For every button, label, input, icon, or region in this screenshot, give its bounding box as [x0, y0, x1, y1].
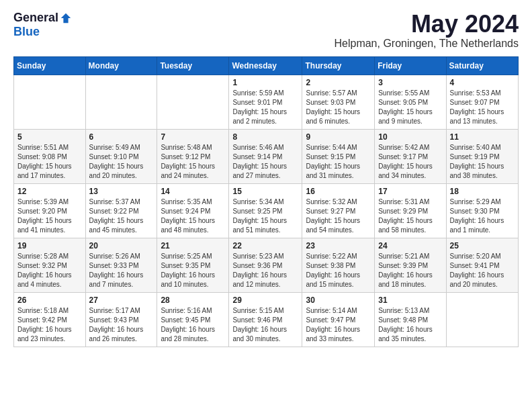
calendar-cell: 3Sunrise: 5:55 AM Sunset: 9:05 PM Daylig… [375, 75, 446, 129]
day-number: 27 [89, 295, 154, 305]
calendar-cell: 30Sunrise: 5:14 AM Sunset: 9:47 PM Dayli… [302, 292, 375, 347]
page: General Blue May 2024 Helpman, Groningen… [0, 0, 532, 354]
calendar-cell: 21Sunrise: 5:25 AM Sunset: 9:35 PM Dayli… [157, 238, 229, 292]
day-info: Sunrise: 5:37 AM Sunset: 9:22 PM Dayligh… [89, 197, 154, 235]
day-info: Sunrise: 5:23 AM Sunset: 9:36 PM Dayligh… [232, 252, 298, 289]
calendar-cell: 18Sunrise: 5:29 AM Sunset: 9:30 PM Dayli… [446, 183, 518, 238]
calendar-week-3: 12Sunrise: 5:39 AM Sunset: 9:20 PM Dayli… [14, 183, 519, 238]
day-info: Sunrise: 5:15 AM Sunset: 9:46 PM Dayligh… [232, 306, 298, 344]
day-number: 3 [378, 78, 442, 87]
day-number: 6 [89, 132, 154, 142]
logo-icon [60, 12, 72, 24]
calendar-header-thursday: Thursday [302, 56, 375, 75]
day-info: Sunrise: 5:28 AM Sunset: 9:32 PM Dayligh… [17, 252, 82, 289]
day-info: Sunrise: 5:16 AM Sunset: 9:45 PM Dayligh… [161, 306, 225, 344]
calendar-cell [157, 75, 229, 129]
day-info: Sunrise: 5:59 AM Sunset: 9:01 PM Dayligh… [232, 89, 298, 126]
calendar-cell: 22Sunrise: 5:23 AM Sunset: 9:36 PM Dayli… [229, 238, 302, 292]
calendar-cell: 28Sunrise: 5:16 AM Sunset: 9:45 PM Dayli… [157, 292, 229, 347]
day-number: 8 [232, 132, 298, 142]
day-info: Sunrise: 5:32 AM Sunset: 9:27 PM Dayligh… [306, 197, 371, 235]
calendar-header-sunday: Sunday [14, 56, 86, 75]
calendar-cell: 29Sunrise: 5:15 AM Sunset: 9:46 PM Dayli… [229, 292, 302, 347]
day-number: 26 [17, 295, 82, 305]
calendar-cell: 20Sunrise: 5:26 AM Sunset: 9:33 PM Dayli… [85, 238, 157, 292]
day-info: Sunrise: 5:42 AM Sunset: 9:17 PM Dayligh… [378, 143, 442, 181]
calendar-cell: 13Sunrise: 5:37 AM Sunset: 9:22 PM Dayli… [85, 183, 157, 238]
calendar-cell: 27Sunrise: 5:17 AM Sunset: 9:43 PM Dayli… [85, 292, 157, 347]
day-info: Sunrise: 5:22 AM Sunset: 9:38 PM Dayligh… [306, 252, 371, 289]
day-info: Sunrise: 5:49 AM Sunset: 9:10 PM Dayligh… [89, 143, 154, 181]
logo-blue-text: Blue [13, 25, 40, 39]
calendar-cell: 15Sunrise: 5:34 AM Sunset: 9:25 PM Dayli… [229, 183, 302, 238]
calendar-week-1: 1Sunrise: 5:59 AM Sunset: 9:01 PM Daylig… [14, 75, 519, 129]
day-info: Sunrise: 5:18 AM Sunset: 9:42 PM Dayligh… [17, 306, 82, 344]
calendar-week-5: 26Sunrise: 5:18 AM Sunset: 9:42 PM Dayli… [14, 292, 519, 347]
calendar-cell: 2Sunrise: 5:57 AM Sunset: 9:03 PM Daylig… [302, 75, 375, 129]
day-info: Sunrise: 5:40 AM Sunset: 9:19 PM Dayligh… [450, 143, 515, 181]
calendar-cell: 8Sunrise: 5:46 AM Sunset: 9:14 PM Daylig… [229, 129, 302, 183]
day-info: Sunrise: 5:31 AM Sunset: 9:29 PM Dayligh… [378, 197, 442, 235]
day-number: 16 [306, 187, 371, 196]
day-info: Sunrise: 5:48 AM Sunset: 9:12 PM Dayligh… [161, 143, 225, 181]
day-info: Sunrise: 5:44 AM Sunset: 9:15 PM Dayligh… [306, 143, 371, 181]
day-number: 21 [161, 241, 225, 250]
day-info: Sunrise: 5:57 AM Sunset: 9:03 PM Dayligh… [306, 89, 371, 126]
day-number: 5 [17, 132, 82, 142]
day-info: Sunrise: 5:21 AM Sunset: 9:39 PM Dayligh… [378, 252, 442, 289]
day-info: Sunrise: 5:53 AM Sunset: 9:07 PM Dayligh… [450, 89, 515, 126]
calendar-week-4: 19Sunrise: 5:28 AM Sunset: 9:32 PM Dayli… [14, 238, 519, 292]
day-number: 11 [450, 132, 515, 142]
day-number: 15 [232, 187, 298, 196]
calendar-week-2: 5Sunrise: 5:51 AM Sunset: 9:08 PM Daylig… [14, 129, 519, 183]
logo: General Blue [13, 11, 72, 39]
calendar-cell: 25Sunrise: 5:20 AM Sunset: 9:41 PM Dayli… [446, 238, 518, 292]
calendar-cell: 7Sunrise: 5:48 AM Sunset: 9:12 PM Daylig… [157, 129, 229, 183]
svg-marker-0 [61, 13, 71, 22]
day-number: 13 [89, 187, 154, 196]
day-number: 4 [450, 78, 515, 87]
day-info: Sunrise: 5:39 AM Sunset: 9:20 PM Dayligh… [17, 197, 82, 235]
day-number: 18 [450, 187, 515, 196]
day-info: Sunrise: 5:46 AM Sunset: 9:14 PM Dayligh… [232, 143, 298, 181]
calendar-header-row: SundayMondayTuesdayWednesdayThursdayFrid… [14, 56, 519, 75]
day-number: 24 [378, 241, 442, 250]
day-info: Sunrise: 5:34 AM Sunset: 9:25 PM Dayligh… [232, 197, 298, 235]
day-number: 30 [306, 295, 371, 305]
calendar-cell: 26Sunrise: 5:18 AM Sunset: 9:42 PM Dayli… [14, 292, 86, 347]
day-number: 9 [306, 132, 371, 142]
day-number: 25 [450, 241, 515, 250]
day-number: 10 [378, 132, 442, 142]
day-number: 28 [161, 295, 225, 305]
day-info: Sunrise: 5:14 AM Sunset: 9:47 PM Dayligh… [306, 306, 371, 344]
day-info: Sunrise: 5:35 AM Sunset: 9:24 PM Dayligh… [161, 197, 225, 235]
location: Helpman, Groningen, The Netherlands [334, 38, 519, 50]
calendar-header-wednesday: Wednesday [229, 56, 302, 75]
calendar-cell: 9Sunrise: 5:44 AM Sunset: 9:15 PM Daylig… [302, 129, 375, 183]
month-title: May 2024 [334, 11, 519, 38]
calendar-cell: 12Sunrise: 5:39 AM Sunset: 9:20 PM Dayli… [14, 183, 86, 238]
day-number: 20 [89, 241, 154, 250]
calendar-cell: 4Sunrise: 5:53 AM Sunset: 9:07 PM Daylig… [446, 75, 518, 129]
calendar-cell: 24Sunrise: 5:21 AM Sunset: 9:39 PM Dayli… [375, 238, 446, 292]
day-number: 17 [378, 187, 442, 196]
calendar-cell: 10Sunrise: 5:42 AM Sunset: 9:17 PM Dayli… [375, 129, 446, 183]
day-number: 19 [17, 241, 82, 250]
logo-general-text: General [13, 11, 58, 25]
calendar-cell: 19Sunrise: 5:28 AM Sunset: 9:32 PM Dayli… [14, 238, 86, 292]
title-section: May 2024 Helpman, Groningen, The Netherl… [334, 11, 519, 50]
calendar-cell: 11Sunrise: 5:40 AM Sunset: 9:19 PM Dayli… [446, 129, 518, 183]
calendar-header-monday: Monday [85, 56, 157, 75]
calendar-cell [14, 75, 86, 129]
day-number: 12 [17, 187, 82, 196]
day-info: Sunrise: 5:55 AM Sunset: 9:05 PM Dayligh… [378, 89, 442, 126]
calendar-table: SundayMondayTuesdayWednesdayThursdayFrid… [13, 56, 519, 347]
day-number: 23 [306, 241, 371, 250]
header: General Blue May 2024 Helpman, Groningen… [13, 11, 519, 50]
calendar-cell: 6Sunrise: 5:49 AM Sunset: 9:10 PM Daylig… [85, 129, 157, 183]
day-info: Sunrise: 5:20 AM Sunset: 9:41 PM Dayligh… [450, 252, 515, 289]
day-info: Sunrise: 5:51 AM Sunset: 9:08 PM Dayligh… [17, 143, 82, 181]
day-info: Sunrise: 5:25 AM Sunset: 9:35 PM Dayligh… [161, 252, 225, 289]
calendar-cell: 5Sunrise: 5:51 AM Sunset: 9:08 PM Daylig… [14, 129, 86, 183]
calendar-cell: 17Sunrise: 5:31 AM Sunset: 9:29 PM Dayli… [375, 183, 446, 238]
